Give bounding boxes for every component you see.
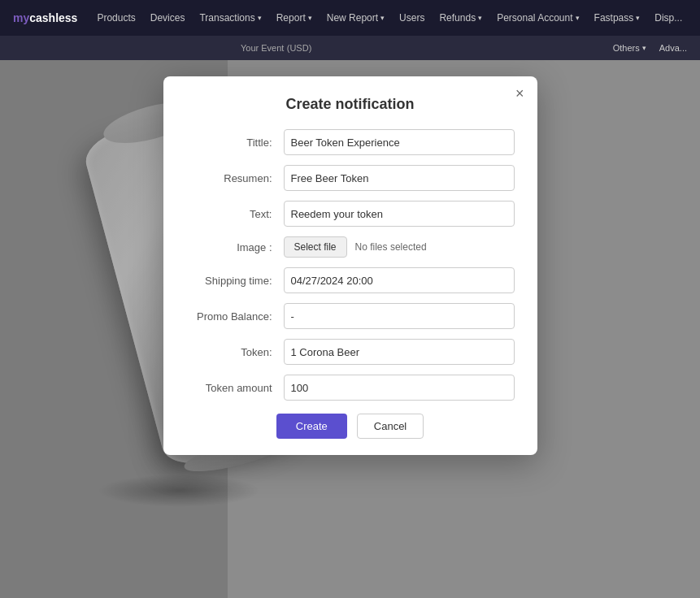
modal-title: Create notification [186, 96, 515, 113]
nav-products[interactable]: Products [97, 12, 135, 24]
modal-footer: Create Cancel [186, 414, 515, 439]
text-input[interactable] [284, 201, 515, 227]
nav-items: Products Devices Transactions▾ Report▾ N… [97, 12, 687, 24]
cancel-button[interactable]: Cancel [357, 414, 424, 439]
title-input[interactable] [284, 129, 515, 155]
logo[interactable]: mycashless [13, 11, 77, 24]
promo-label: Promo Balance: [186, 310, 284, 323]
nav-fastpass[interactable]: Fastpass▾ [594, 12, 641, 24]
logo-suffix: cashless [29, 11, 77, 24]
text-field-row: Text: [186, 201, 515, 227]
nav-new-report[interactable]: New Report▾ [327, 12, 385, 24]
token-input[interactable] [284, 339, 515, 365]
create-notification-modal: Create notification × Tittle: Resumen: T… [163, 76, 537, 455]
modal-overlay: Create notification × Tittle: Resumen: T… [0, 60, 700, 598]
nav-report[interactable]: Report▾ [276, 12, 312, 24]
resumen-field-row: Resumen: [186, 165, 515, 191]
nav-others[interactable]: Others▾ [613, 43, 646, 53]
second-nav: Your Event (USD) Others▾ Adva... [0, 36, 700, 60]
shipping-input[interactable] [284, 267, 515, 293]
token-amount-input[interactable] [284, 375, 515, 401]
event-label: Your Event (USD) [241, 42, 311, 54]
text-label: Text: [186, 208, 284, 220]
nav-users[interactable]: Users [399, 12, 424, 24]
nav-adva[interactable]: Adva... [659, 43, 687, 53]
create-button[interactable]: Create [276, 414, 347, 439]
token-amount-label: Token amount [186, 382, 284, 394]
select-file-button[interactable]: Select file [284, 236, 347, 258]
image-label: Image : [186, 241, 284, 254]
top-nav: mycashless Products Devices Transactions… [0, 0, 700, 36]
nav-transactions[interactable]: Transactions▾ [199, 12, 261, 24]
modal-close-button[interactable]: × [515, 86, 524, 101]
resumen-input[interactable] [284, 165, 515, 191]
promo-input[interactable] [284, 303, 515, 329]
nav-refunds[interactable]: Refunds▾ [439, 12, 482, 24]
no-file-label: No files selected [355, 241, 427, 253]
image-field-row: Image : Select file No files selected [186, 236, 515, 258]
title-field-row: Tittle: [186, 129, 515, 155]
promo-field-row: Promo Balance: [186, 303, 515, 329]
main-content: Notifications Create notification Create… [0, 60, 700, 598]
token-label: Token: [186, 346, 284, 358]
nav-disp[interactable]: Disp... [654, 12, 682, 24]
token-amount-field-row: Token amount [186, 375, 515, 401]
logo-prefix: my [13, 11, 29, 24]
shipping-field-row: Shipping time: [186, 267, 515, 293]
nav-personal-account[interactable]: Personal Account▾ [497, 12, 579, 24]
title-label: Tittle: [186, 136, 284, 149]
token-field-row: Token: [186, 339, 515, 365]
resumen-label: Resumen: [186, 172, 284, 184]
file-row: Select file No files selected [284, 236, 515, 258]
shipping-label: Shipping time: [186, 275, 284, 287]
nav-devices[interactable]: Devices [150, 12, 185, 24]
